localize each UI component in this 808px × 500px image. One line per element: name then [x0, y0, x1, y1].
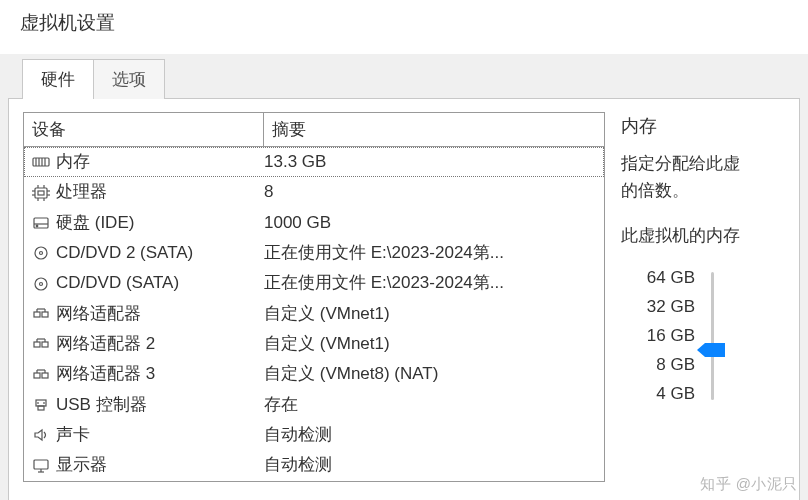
window-title: 虚拟机设置: [0, 0, 808, 54]
net-icon: [32, 367, 50, 383]
usb-icon-wrap: [30, 396, 52, 414]
svg-rect-5: [35, 188, 47, 198]
svg-rect-28: [42, 342, 48, 347]
memory-slider[interactable]: 64 GB32 GB16 GB8 GB4 GB: [621, 268, 785, 404]
device-summary: 存在: [264, 392, 604, 418]
header-summary[interactable]: 摘要: [264, 113, 604, 146]
svg-point-16: [36, 225, 38, 227]
device-row[interactable]: 显示器自动检测: [24, 450, 604, 480]
net-icon-wrap: [30, 335, 52, 353]
net-icon-wrap: [30, 305, 52, 323]
device-label: 声卡: [56, 422, 264, 448]
device-label: USB 控制器: [56, 392, 264, 418]
device-summary: 自定义 (VMnet1): [264, 331, 604, 357]
svg-rect-33: [42, 373, 48, 378]
display-icon-wrap: [30, 457, 52, 475]
device-row[interactable]: 处理器8: [24, 177, 604, 207]
memory-panel-desc: 指定分配给此虚 的倍数。: [621, 150, 785, 204]
disk-icon-wrap: [30, 214, 52, 232]
svg-rect-32: [34, 373, 40, 378]
svg-rect-27: [34, 342, 40, 347]
device-label: 硬盘 (IDE): [56, 210, 264, 236]
svg-point-18: [35, 247, 47, 259]
svg-point-21: [40, 282, 43, 285]
hardware-pane: 设备 摘要 内存13.3 GB处理器8硬盘 (IDE)1000 GBCD/DVD…: [8, 98, 800, 500]
memory-tick-label: 4 GB: [635, 384, 695, 404]
device-label: 网络适配器: [56, 301, 264, 327]
device-label: 网络适配器 2: [56, 331, 264, 357]
cd-icon: [32, 245, 50, 261]
device-row[interactable]: USB 控制器存在: [24, 390, 604, 420]
memory-current-label: 此虚拟机的内存: [621, 222, 785, 249]
memory-tick-label: 64 GB: [635, 268, 695, 288]
device-label: 处理器: [56, 179, 264, 205]
cd-icon-wrap: [30, 275, 52, 293]
header-device[interactable]: 设备: [24, 113, 264, 146]
device-summary: 自动检测: [264, 452, 604, 478]
svg-rect-38: [38, 406, 44, 410]
device-table-header: 设备 摘要: [24, 113, 604, 147]
sound-icon-wrap: [30, 426, 52, 444]
device-row[interactable]: 声卡自动检测: [24, 420, 604, 450]
disk-icon: [32, 215, 50, 231]
device-row[interactable]: 网络适配器自定义 (VMnet1): [24, 299, 604, 329]
sound-icon: [32, 427, 50, 443]
device-label: 内存: [56, 149, 264, 175]
tab-hardware[interactable]: 硬件: [22, 59, 94, 99]
memory-tick-label: 8 GB: [635, 355, 695, 375]
device-summary: 自定义 (VMnet8) (NAT): [264, 361, 604, 387]
device-row[interactable]: 内存13.3 GB: [24, 147, 604, 177]
device-row[interactable]: 网络适配器 2自定义 (VMnet1): [24, 329, 604, 359]
net-icon-wrap: [30, 366, 52, 384]
device-label: 网络适配器 3: [56, 361, 264, 387]
cd-icon-wrap: [30, 244, 52, 262]
device-summary: 8: [264, 179, 604, 205]
memory-tick-label: 32 GB: [635, 297, 695, 317]
memory-slider-ticks: 64 GB32 GB16 GB8 GB4 GB: [635, 268, 695, 404]
device-summary: 13.3 GB: [264, 149, 604, 175]
svg-point-19: [40, 252, 43, 255]
net-icon: [32, 336, 50, 352]
device-summary: 正在使用文件 E:\2023-2024第...: [264, 240, 604, 266]
svg-rect-41: [34, 460, 48, 469]
device-list: 设备 摘要 内存13.3 GB处理器8硬盘 (IDE)1000 GBCD/DVD…: [23, 112, 605, 488]
tab-options[interactable]: 选项: [93, 59, 165, 99]
device-row[interactable]: 网络适配器 3自定义 (VMnet8) (NAT): [24, 359, 604, 389]
device-summary: 自动检测: [264, 422, 604, 448]
device-table: 设备 摘要 内存13.3 GB处理器8硬盘 (IDE)1000 GBCD/DVD…: [23, 112, 605, 482]
device-row[interactable]: 硬盘 (IDE)1000 GB: [24, 208, 604, 238]
device-label: 显示器: [56, 452, 264, 478]
device-summary: 1000 GB: [264, 210, 604, 236]
net-icon: [32, 306, 50, 322]
svg-point-20: [35, 278, 47, 290]
memory-icon: [32, 154, 50, 170]
memory-icon-wrap: [30, 153, 52, 171]
memory-tick-label: 16 GB: [635, 326, 695, 346]
svg-rect-23: [42, 312, 48, 317]
device-label: CD/DVD (SATA): [56, 270, 264, 296]
tab-strip: 硬件 选项: [8, 54, 800, 98]
device-summary: 自定义 (VMnet1): [264, 301, 604, 327]
memory-panel-title: 内存: [621, 114, 785, 138]
svg-rect-6: [38, 191, 44, 195]
memory-slider-track[interactable]: [703, 268, 723, 404]
settings-body: 硬件 选项 设备 摘要 内存13.3 GB处理器8硬盘 (IDE)1000 GB…: [0, 54, 808, 500]
device-row[interactable]: CD/DVD 2 (SATA)正在使用文件 E:\2023-2024第...: [24, 238, 604, 268]
device-row[interactable]: CD/DVD (SATA)正在使用文件 E:\2023-2024第...: [24, 268, 604, 298]
display-icon: [32, 458, 50, 474]
cpu-icon: [32, 185, 50, 201]
memory-panel: 内存 指定分配给此虚 的倍数。 此虚拟机的内存 64 GB32 GB16 GB8…: [621, 112, 785, 488]
memory-slider-thumb[interactable]: [705, 343, 725, 357]
device-summary: 正在使用文件 E:\2023-2024第...: [264, 270, 604, 296]
svg-rect-22: [34, 312, 40, 317]
cd-icon: [32, 276, 50, 292]
device-label: CD/DVD 2 (SATA): [56, 240, 264, 266]
usb-icon: [32, 397, 50, 413]
cpu-icon-wrap: [30, 184, 52, 202]
